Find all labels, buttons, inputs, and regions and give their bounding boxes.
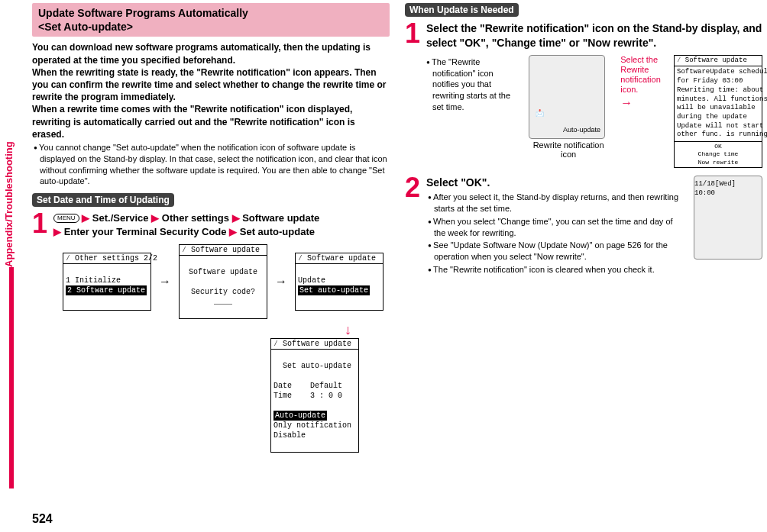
screen-set-auto-update: ⁄ Software update Set auto-update Date D… [270, 338, 359, 453]
rewrite-notification-icon: 📩 [536, 109, 544, 117]
page: Appendix/Troubleshooting Update Software… [0, 0, 767, 532]
screen-software-update-menu: ⁄ Software update Update Set auto-update [295, 253, 384, 311]
screen-line: Software update [189, 268, 257, 276]
step-1-bullet: The "Rewrite notification" icon notifies… [425, 56, 516, 113]
screen-line: Security code? [191, 288, 255, 296]
intro-bullet: You cannot change "Set auto-update" when… [32, 142, 390, 187]
step-1-title: Select the "Rewrite notification" icon o… [426, 21, 762, 50]
screen-software-update-prompt: ⁄ Software update Software update Securi… [179, 244, 267, 319]
intro-text: You can download new software programs a… [32, 41, 390, 140]
screen-line: Time 3 : 0 0 [273, 392, 342, 400]
screen-row-selected: 2 Software update [66, 285, 147, 295]
arrow-icon: ▶ [232, 212, 240, 224]
screen-row-selected: Auto-update [273, 411, 327, 421]
step-2-bullet-1: After you select it, the Stand-by displa… [426, 192, 686, 214]
screen-title: ⁄ Software update [271, 339, 358, 350]
seq-e: Set auto-update [240, 226, 315, 237]
step-2-title: Select "OK". [426, 176, 686, 190]
callout-arrow-icon: → [620, 95, 662, 110]
screen-row: Only notification [273, 421, 351, 430]
menu-key-icon: MENU [53, 214, 79, 223]
screen-title: ⁄ Software update [180, 245, 267, 256]
sub-heading-set-date: Set Date and Time of Updating [32, 193, 174, 207]
section-title-line1: Update Software Programs Automatically [38, 6, 384, 20]
arrow-right-icon: → [275, 275, 287, 289]
screen-title: ⁄ Software update [675, 56, 762, 67]
step-number-2: 2 [405, 176, 423, 200]
screen-sub: Set auto-update [283, 362, 351, 370]
seq-c: Software update [242, 212, 319, 224]
step-2-bullet-2: When you select "Change time", you can s… [426, 216, 686, 239]
screen-row: Update [298, 276, 325, 285]
step-2-bullet-3: See "Update Software Now (Update Now)" o… [426, 240, 686, 263]
phone-standby-figure: 📩 Auto-update Rewrite notification icon [529, 55, 608, 159]
figure-caption: Rewrite notification icon [529, 140, 608, 159]
arrow-icon: ▶ [82, 212, 89, 224]
phone-standby-figure-small: 11/18[Wed] 10:00 [694, 176, 762, 260]
arrow-icon: ▶ [53, 226, 61, 237]
screen-software-update-dialog: ⁄ Software update SoftwareUpdate schedul… [674, 55, 762, 168]
screen-line: ____ [214, 298, 232, 306]
section-title-box: Update Software Programs Automatically <… [32, 3, 390, 37]
callout-text: Select the Rewrite notification icon. [620, 55, 662, 95]
sub-heading-when-update: When Update is Needed [405, 3, 519, 17]
section-title-line2: <Set Auto-update> [38, 20, 384, 34]
screen-row-selected: Set auto-update [298, 285, 370, 295]
right-step-1-figure-row: The "Rewrite notification" icon notifies… [425, 55, 762, 168]
standby-date-time: 11/18[Wed] 10:00 [694, 179, 759, 198]
screen-footer-options: OK Change time Now rewrite [675, 141, 762, 167]
arrow-down-icon: ↓ [345, 322, 351, 337]
right-column: When Update is Needed 1 Select the "Rewr… [405, 3, 762, 456]
step-number-1: 1 [405, 21, 423, 46]
screen-row: 1 Initialize [66, 276, 121, 285]
seq-b: Other settings [162, 212, 229, 224]
screen-row-2: ⁄ Software update Set auto-update Date D… [63, 338, 359, 453]
auto-update-icon-label: Auto-update [563, 126, 600, 134]
arrow-right-icon: → [159, 275, 171, 289]
seq-d: Enter your Terminal Security Code [64, 226, 227, 237]
screen-line: Date Default [273, 382, 342, 390]
screen-row: Disable [273, 431, 306, 440]
screen-body-text: SoftwareUpdate scheduled for Friday 03:0… [675, 66, 762, 141]
arrow-icon: ▶ [229, 226, 237, 237]
right-step-2: 2 Select "OK". After you select it, the … [405, 176, 762, 277]
screen-title: ⁄ Other settings 2/2 [63, 253, 150, 264]
arrow-icon: ▶ [151, 212, 159, 224]
step-2-bullet-4: The "Rewrite notification" icon is clear… [426, 264, 686, 276]
screen-other-settings: ⁄ Other settings 2/2 1 Initialize 2 Soft… [63, 253, 151, 311]
screen-title: ⁄ Software update [296, 253, 383, 264]
left-column: Update Software Programs Automatically <… [32, 3, 390, 456]
arrow-down-wrap: ↓ [32, 322, 351, 338]
side-tab-label: Appendix/Troubleshooting [3, 141, 15, 267]
screen-row-1: ⁄ Other settings 2/2 1 Initialize 2 Soft… [63, 244, 390, 319]
page-number: 524 [32, 512, 53, 526]
right-step-1: 1 Select the "Rewrite notification" icon… [405, 21, 762, 50]
step-1-sequence: MENU ▶ Set./Service ▶ Other settings ▶ S… [53, 211, 390, 238]
side-tab-bar [9, 267, 14, 488]
left-step-1: 1 MENU ▶ Set./Service ▶ Other settings ▶… [32, 211, 390, 238]
seq-a: Set./Service [92, 212, 149, 224]
step-number-1: 1 [32, 211, 50, 236]
